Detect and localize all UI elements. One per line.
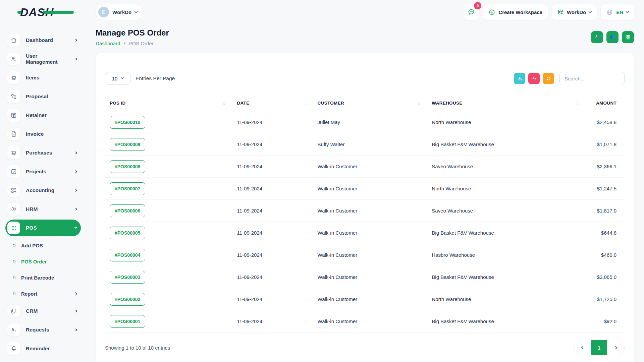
pos-id-badge[interactable]: #POS00006 xyxy=(110,204,145,217)
amount-cell: $1,071.8 xyxy=(586,133,625,156)
sidebar-subitem-add-pos[interactable]: Add POS xyxy=(5,237,81,253)
customer-cell: Walk-in Customer xyxy=(313,288,427,310)
sidebar-item-reminder[interactable]: Reminder xyxy=(5,339,81,358)
grid-plus-icon xyxy=(7,184,20,197)
pos-id-badge[interactable]: #POS00002 xyxy=(110,293,145,306)
table-row: #POS00008 11-09-2024 Walk-in Customer Sa… xyxy=(105,156,625,178)
sidebar-item-crm[interactable]: CRM xyxy=(5,302,81,320)
grid-view-button[interactable] xyxy=(622,31,634,43)
sidebar-item-pos[interactable]: POS xyxy=(5,220,81,236)
sidebar-item-requests[interactable]: Requests xyxy=(5,320,81,339)
chevron-right-icon xyxy=(74,170,77,173)
pos-id-badge[interactable]: #POS00003 xyxy=(110,271,145,284)
chat-badge: 0 xyxy=(474,2,481,9)
date-cell: 11-09-2024 xyxy=(232,111,313,133)
column-header-date[interactable]: DATE↑↓ xyxy=(232,95,313,111)
document-icon xyxy=(7,128,20,140)
column-header-amount[interactable]: AMOUNT xyxy=(586,95,625,111)
chevron-right-icon xyxy=(74,208,77,210)
date-cell: 11-09-2024 xyxy=(232,178,313,200)
grid-dots-icon xyxy=(7,222,20,234)
messages-button[interactable]: 0 xyxy=(464,4,479,20)
search-input[interactable] xyxy=(559,72,625,85)
chevron-right-icon xyxy=(74,39,77,42)
swap-squares-icon xyxy=(7,90,20,103)
sidebar-subitem-print-barcode[interactable]: Print Barcode xyxy=(5,269,81,286)
date-cell: 11-09-2024 xyxy=(232,222,313,244)
sidebar-subitem-pos-order[interactable]: POS Order xyxy=(5,253,81,269)
chevron-right-icon xyxy=(74,189,77,192)
previous-page-button[interactable] xyxy=(574,340,591,355)
reset-button[interactable] xyxy=(528,73,540,84)
language-selector[interactable]: EN xyxy=(601,4,634,20)
table-row: #POS00009 11-09-2024 Buffy Walter Big Ba… xyxy=(105,133,625,156)
sidebar-item-proposal[interactable]: Proposal xyxy=(5,87,81,106)
sidebar-item-dashboard[interactable]: Dashboard xyxy=(5,31,81,50)
sort-icon[interactable]: ↑↓ xyxy=(576,101,582,105)
page-title: Manage POS Order xyxy=(96,28,169,38)
entries-value: 10 xyxy=(112,76,118,81)
pos-id-badge[interactable]: #POS00001 xyxy=(110,315,145,328)
current-page[interactable]: 1 xyxy=(591,340,607,355)
chevron-down-icon xyxy=(589,10,592,13)
sort-icon[interactable]: ↑↓ xyxy=(223,101,229,105)
amount-cell: $644.8 xyxy=(586,222,625,244)
amount-cell: $1,725.0 xyxy=(586,288,625,310)
workspace-avatar xyxy=(98,7,109,17)
onedrive-button[interactable] xyxy=(606,31,619,43)
pos-id-badge[interactable]: #POS00009 xyxy=(110,138,145,151)
table-row: #POS00001 11-09-2024 Walk-in Customer Bi… xyxy=(105,310,625,333)
breadcrumb-dashboard-link[interactable]: Dashboard xyxy=(96,41,120,46)
customer-cell: Juliet May xyxy=(313,111,427,133)
grid-icon xyxy=(625,34,631,40)
grid-plus-icon xyxy=(557,9,564,15)
pos-id-badge[interactable]: #POS00004 xyxy=(110,249,145,261)
sort-icon[interactable]: ↑↓ xyxy=(417,101,424,105)
chevron-down-icon xyxy=(135,10,138,13)
warehouse-cell: Big Basket F&V Warehouse xyxy=(427,133,585,156)
amount-cell: $2,366.1 xyxy=(586,156,625,178)
sidebar-item-purchases[interactable]: Purchases xyxy=(5,143,81,162)
amount-cell: $92.0 xyxy=(586,310,625,333)
sidebar-item-retainer[interactable]: Retainer xyxy=(5,106,81,125)
onedrive-icon xyxy=(609,34,616,41)
refresh-button[interactable] xyxy=(543,73,554,84)
create-workspace-button[interactable]: Create Workspace xyxy=(483,4,548,20)
brand-logo[interactable]: DASH xyxy=(20,6,54,19)
pos-id-badge[interactable]: #POS00007 xyxy=(110,182,145,195)
sidebar-subitem-report[interactable]: Report xyxy=(5,286,81,302)
column-header-customer[interactable]: CUSTOMER↑↓ xyxy=(313,95,427,111)
entries-per-page-label: Entries Per Page xyxy=(136,75,175,81)
google-drive-button[interactable] xyxy=(591,31,603,43)
customer-cell: Walk-in Customer xyxy=(313,244,427,266)
sidebar-item-accounting[interactable]: Accounting xyxy=(5,181,81,200)
chevron-left-icon xyxy=(581,346,584,349)
next-page-button[interactable] xyxy=(607,340,624,355)
pos-id-badge[interactable]: #POS00010 xyxy=(110,116,145,129)
warehouse-cell: Big Basket F&V Warehouse xyxy=(427,310,585,333)
sort-icon[interactable]: ↑↓ xyxy=(303,101,310,105)
top-header: DASH WorkDo 0 Create Workspace WorkDo EN xyxy=(0,0,644,24)
workspace-selector[interactable]: WorkDo xyxy=(96,4,143,20)
sidebar-item-hrm[interactable]: HRM xyxy=(5,200,81,219)
sidebar-item-invoice[interactable]: Invoice xyxy=(5,125,81,143)
floppy-icon xyxy=(7,109,20,122)
bullet-icon xyxy=(12,276,16,280)
sidebar-item-projects[interactable]: Projects xyxy=(5,162,81,181)
table-row: #POS00004 11-09-2024 Walk-in Customer Ha… xyxy=(105,244,625,266)
check-square-icon xyxy=(7,165,20,178)
chevron-right-icon xyxy=(74,292,77,295)
breadcrumb: Dashboard POS Order xyxy=(96,41,169,46)
chevron-right-icon xyxy=(74,328,77,331)
pos-id-badge[interactable]: #POS00005 xyxy=(110,227,145,239)
date-cell: 11-09-2024 xyxy=(232,288,313,310)
sidebar-item-user-management[interactable]: User Management xyxy=(5,50,81,68)
sidebar-item-items[interactable]: Items xyxy=(5,68,81,87)
warehouse-cell: Saveo Warehouse xyxy=(427,156,585,178)
export-button[interactable] xyxy=(514,73,525,84)
pos-id-badge[interactable]: #POS00008 xyxy=(110,160,145,173)
entries-per-page-select[interactable]: 10 xyxy=(105,72,130,85)
column-header-warehouse[interactable]: WAREHOUSE↑↓ xyxy=(427,95,585,111)
workdo-menu-button[interactable]: WorkDo xyxy=(552,4,597,20)
column-header-pos-id[interactable]: POS ID↑↓ xyxy=(105,95,232,111)
